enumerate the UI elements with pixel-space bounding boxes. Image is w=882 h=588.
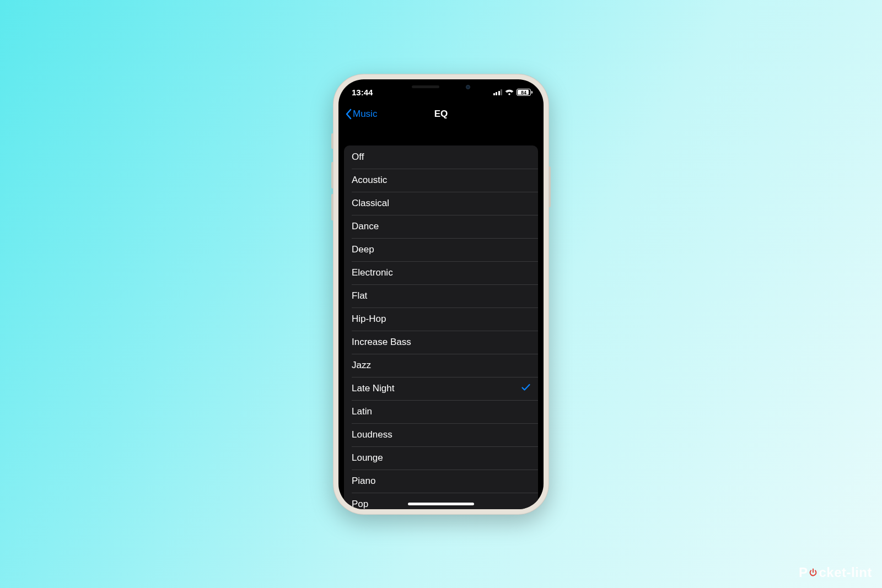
eq-option-label: Jazz [352, 360, 371, 371]
silent-switch [331, 133, 333, 149]
status-time: 13:44 [352, 84, 373, 97]
battery-percentage: 84 [521, 90, 526, 95]
eq-option-row[interactable]: Piano [344, 470, 538, 493]
eq-option-row[interactable]: Electronic [344, 261, 538, 284]
eq-option-row[interactable]: Latin [344, 400, 538, 423]
back-button-label: Music [353, 109, 377, 120]
phone-frame: 13:44 84 [333, 74, 549, 515]
power-icon [808, 568, 818, 578]
eq-option-label: Hip-Hop [352, 314, 386, 325]
eq-option-row[interactable]: Dance [344, 215, 538, 238]
watermark-prefix: P [799, 565, 808, 580]
eq-option-label: Flat [352, 290, 367, 301]
eq-option-label: Acoustic [352, 175, 387, 186]
eq-option-row[interactable]: Loudness [344, 423, 538, 446]
eq-option-row[interactable]: Flat [344, 284, 538, 308]
back-button[interactable]: Music [342, 103, 380, 126]
eq-option-row[interactable]: Classical [344, 192, 538, 215]
eq-option-row[interactable]: Deep [344, 238, 538, 261]
phone-screen: 13:44 84 [338, 79, 544, 509]
eq-option-row[interactable]: Pop [344, 493, 538, 509]
eq-option-label: Electronic [352, 267, 393, 278]
eq-option-row[interactable]: Hip-Hop [344, 308, 538, 331]
eq-option-row[interactable]: Lounge [344, 446, 538, 470]
cellular-signal-icon [493, 89, 503, 95]
battery-icon: 84 [517, 89, 533, 96]
power-button [549, 166, 551, 207]
eq-option-row[interactable]: Late Night [344, 377, 538, 400]
eq-option-label: Increase Bass [352, 337, 411, 348]
eq-option-label: Pop [352, 499, 368, 509]
earpiece-speaker [412, 85, 439, 88]
notch [394, 79, 488, 95]
page-title: EQ [434, 109, 448, 120]
eq-options-list[interactable]: OffAcousticClassicalDanceDeepElectronicF… [344, 145, 538, 509]
wifi-icon [505, 89, 514, 96]
watermark-suffix: cket-lint [819, 565, 872, 580]
eq-option-label: Piano [352, 476, 375, 487]
eq-option-label: Late Night [352, 383, 395, 394]
eq-option-label: Classical [352, 198, 389, 209]
front-camera [466, 85, 470, 89]
checkmark-icon [521, 383, 530, 394]
volume-up-button [331, 162, 333, 188]
volume-down-button [331, 194, 333, 220]
navigation-bar: Music EQ [338, 103, 544, 126]
eq-option-label: Latin [352, 406, 372, 417]
eq-option-row[interactable]: Off [344, 145, 538, 169]
eq-option-row[interactable]: Jazz [344, 354, 538, 377]
eq-option-row[interactable]: Acoustic [344, 169, 538, 192]
eq-option-row[interactable]: Increase Bass [344, 331, 538, 354]
chevron-left-icon [345, 109, 352, 120]
eq-option-label: Loudness [352, 429, 392, 440]
eq-option-label: Off [352, 152, 364, 163]
eq-option-label: Dance [352, 221, 379, 232]
eq-option-label: Lounge [352, 452, 383, 463]
home-indicator[interactable] [408, 503, 474, 505]
eq-option-label: Deep [352, 244, 374, 255]
watermark: P cket-lint [799, 565, 872, 580]
